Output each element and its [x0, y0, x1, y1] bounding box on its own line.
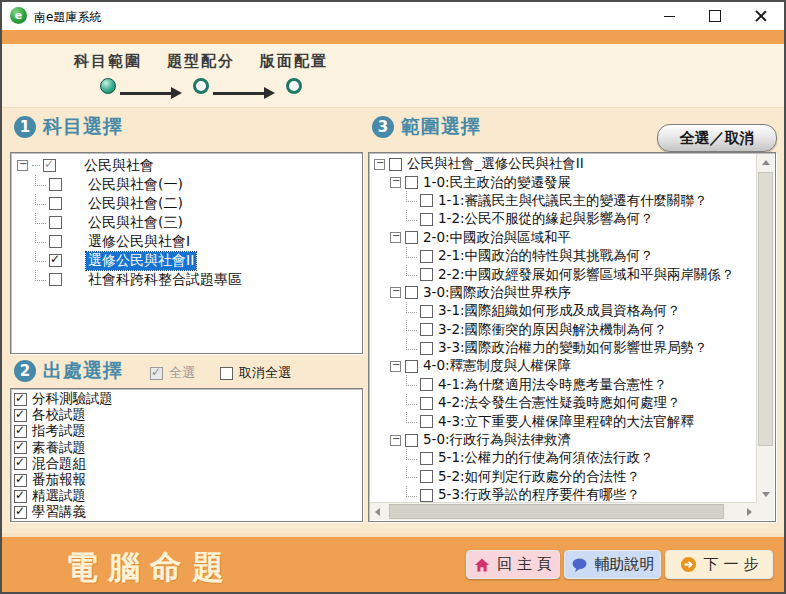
tree-row[interactable]: 選修公民與社會II	[13, 251, 360, 270]
tree-item-label[interactable]: 4-3:立下重要人權保障里程碑的大法官解釋	[436, 413, 696, 431]
tree-item-label[interactable]: 5-0:行政行為與法律救濟	[421, 431, 573, 449]
tree-item-label[interactable]: 1-1:審議民主與代議民主的變遷有什麼關聯？	[436, 192, 710, 210]
source-checkbox[interactable]	[14, 441, 27, 454]
tree-item-label[interactable]: 3-3:國際政治權力的變動如何影響世界局勢？	[436, 339, 710, 357]
tree-row[interactable]: 公民與社會(二)	[13, 194, 360, 213]
tree-item-label[interactable]: 2-1:中國政治的特性與其挑戰為何？	[436, 247, 656, 265]
expand-toggle-icon[interactable]	[390, 287, 401, 298]
tree-checkbox[interactable]	[49, 254, 62, 267]
tree-row[interactable]: 指考試題	[14, 423, 359, 439]
tree-row[interactable]: 2-1:中國政治的特性與其挑戰為何？	[372, 247, 756, 265]
tree-checkbox[interactable]	[389, 158, 402, 171]
horizontal-scrollbar[interactable]	[370, 502, 757, 520]
tree-item-label[interactable]: 5-1:公權力的行使為何須依法行政？	[436, 449, 656, 467]
tree-row[interactable]: 學習講義	[14, 504, 359, 520]
vertical-scrollbar[interactable]	[756, 154, 774, 503]
tree-item-label[interactable]: 公民與社會(二)	[86, 195, 185, 213]
help-button[interactable]: 輔助說明	[564, 550, 661, 579]
expand-toggle-icon[interactable]	[390, 177, 401, 188]
tree-item-label[interactable]: 4-2:法令發生合憲性疑義時應如何處理？	[436, 394, 683, 412]
tree-item-label[interactable]: 5-3:行政爭訟的程序要件有哪些？	[436, 486, 642, 502]
tree-checkbox[interactable]	[405, 231, 418, 244]
tree-row[interactable]: 3-0:國際政治與世界秩序	[372, 284, 756, 302]
tree-row[interactable]: 1-0:民主政治的變遷發展	[372, 173, 756, 191]
tree-row[interactable]: 1-1:審議民主與代議民主的變遷有什麼關聯？	[372, 192, 756, 210]
source-checkbox[interactable]	[14, 425, 27, 438]
source-checkbox[interactable]	[14, 409, 27, 422]
tree-checkbox[interactable]	[420, 323, 433, 336]
scroll-down-icon[interactable]	[762, 492, 770, 497]
vertical-scroll-thumb[interactable]	[758, 172, 773, 446]
source-checkbox[interactable]	[14, 393, 27, 406]
tree-row[interactable]: 混合題組	[14, 456, 359, 472]
horizontal-scroll-thumb[interactable]	[389, 504, 724, 519]
tree-checkbox[interactable]	[405, 176, 418, 189]
tree-checkbox[interactable]	[43, 159, 56, 172]
tree-item-label[interactable]: 4-0:釋憲制度與人權保障	[421, 357, 573, 375]
tree-row[interactable]: 4-3:立下重要人權保障里程碑的大法官解釋	[372, 412, 756, 430]
tree-item-label[interactable]: 社會科跨科整合試題專區	[86, 271, 244, 289]
tree-checkbox[interactable]	[420, 415, 433, 428]
deselect-all-checkbox[interactable]	[220, 367, 233, 380]
tree-item-label[interactable]: 1-2:公民不服從的緣起與影響為何？	[436, 210, 656, 228]
expand-toggle-icon[interactable]	[374, 159, 385, 170]
tree-checkbox[interactable]	[49, 197, 62, 210]
tree-item-label[interactable]: 選修公民與社會II	[86, 252, 196, 270]
tree-item-label[interactable]: 3-1:國際組織如何形成及成員資格為何？	[436, 302, 683, 320]
tree-row[interactable]: 5-2:如何判定行政處分的合法性？	[372, 468, 756, 486]
tree-row[interactable]: 公民與社會	[13, 156, 360, 175]
tree-checkbox[interactable]	[420, 397, 433, 410]
tree-checkbox[interactable]	[420, 452, 433, 465]
home-button[interactable]: 回 主 頁	[466, 550, 560, 579]
tree-checkbox[interactable]	[49, 216, 62, 229]
source-checkbox[interactable]	[14, 474, 27, 487]
select-toggle-button[interactable]: 全選／取消	[657, 124, 777, 152]
tree-row[interactable]: 素養試題	[14, 440, 359, 456]
tree-checkbox[interactable]	[420, 378, 433, 391]
tree-row[interactable]: 公民與社會(三)	[13, 213, 360, 232]
tree-checkbox[interactable]	[420, 194, 433, 207]
expand-toggle-icon[interactable]	[390, 435, 401, 446]
tree-item-label[interactable]: 公民與社會(三)	[86, 214, 185, 232]
source-checkbox[interactable]	[14, 506, 27, 519]
select-all-checkbox[interactable]	[150, 367, 163, 380]
tree-item-label[interactable]: 3-0:國際政治與世界秩序	[421, 284, 573, 302]
expand-toggle-icon[interactable]	[390, 361, 401, 372]
tree-row[interactable]: 公民與社會(一)	[13, 175, 360, 194]
select-all-option[interactable]: 全選	[150, 364, 195, 382]
tree-row[interactable]: 各校試題	[14, 407, 359, 423]
expand-toggle-icon[interactable]	[17, 160, 28, 171]
tree-row[interactable]: 分科測驗試題	[14, 391, 359, 407]
tree-checkbox[interactable]	[49, 273, 62, 286]
tree-checkbox[interactable]	[420, 305, 433, 318]
tree-item-label[interactable]: 公民與社會(一)	[86, 176, 185, 194]
tree-row[interactable]: 3-3:國際政治權力的變動如何影響世界局勢？	[372, 339, 756, 357]
tree-item-label[interactable]: 公民與社會_選修公民與社會II	[405, 155, 586, 173]
tree-checkbox[interactable]	[420, 470, 433, 483]
deselect-all-option[interactable]: 取消全選	[220, 364, 291, 382]
tree-checkbox[interactable]	[405, 434, 418, 447]
tree-checkbox[interactable]	[420, 213, 433, 226]
tree-row[interactable]: 選修公民與社會I	[13, 232, 360, 251]
range-tree-viewport[interactable]: 公民與社會_選修公民與社會II1-0:民主政治的變遷發展1-1:審議民主與代議民…	[372, 155, 756, 502]
expand-toggle-icon[interactable]	[390, 232, 401, 243]
tree-checkbox[interactable]	[420, 250, 433, 263]
tree-row[interactable]: 4-0:釋憲制度與人權保障	[372, 357, 756, 375]
tree-item-label[interactable]: 4-1:為什麼適用法令時應考量合憲性？	[436, 376, 669, 394]
source-list-box[interactable]: 分科測驗試題各校試題指考試題素養試題混合題組番茄報報精選試題學習講義	[10, 388, 363, 522]
tree-item-label[interactable]: 2-0:中國政治與區域和平	[421, 229, 573, 247]
tree-row[interactable]: 4-2:法令發生合憲性疑義時應如何處理？	[372, 394, 756, 412]
tree-checkbox[interactable]	[420, 489, 433, 502]
tree-row[interactable]: 公民與社會_選修公民與社會II	[372, 155, 756, 173]
tree-item-label[interactable]: 公民與社會	[82, 157, 156, 175]
maximize-button[interactable]	[692, 2, 738, 30]
tree-row[interactable]: 5-3:行政爭訟的程序要件有哪些？	[372, 486, 756, 502]
scroll-up-icon[interactable]	[762, 160, 770, 165]
tree-checkbox[interactable]	[405, 286, 418, 299]
tree-row[interactable]: 2-2:中國政經發展如何影響區域和平與兩岸關係？	[372, 265, 756, 283]
tree-row[interactable]: 精選試題	[14, 488, 359, 504]
tree-item-label[interactable]: 選修公民與社會I	[86, 233, 192, 251]
tree-row[interactable]: 5-1:公權力的行使為何須依法行政？	[372, 449, 756, 467]
tree-row[interactable]: 番茄報報	[14, 472, 359, 488]
tree-item-label[interactable]: 2-2:中國政經發展如何影響區域和平與兩岸關係？	[436, 266, 737, 284]
